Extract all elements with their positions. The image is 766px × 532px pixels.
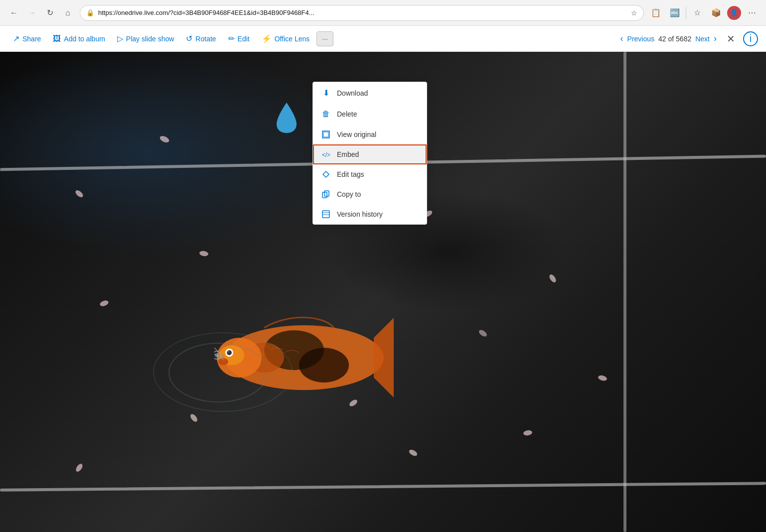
back-button[interactable]: ← [6, 5, 22, 21]
embed-icon: </> [321, 150, 331, 158]
add-to-album-button[interactable]: 🖼 Add to album [48, 31, 110, 46]
previous-button[interactable]: ‹ [618, 31, 625, 46]
browser-more-button[interactable]: ⋯ [744, 5, 760, 21]
view-original-label: View original [337, 131, 376, 138]
profile-button[interactable]: 🔤 [667, 5, 683, 21]
menu-item-version-history[interactable]: Version history [313, 204, 427, 224]
play-slide-show-button[interactable]: ▷ Play slide show [112, 31, 179, 46]
lightning-icon: ⚡ [262, 34, 272, 43]
svg-point-2 [299, 348, 349, 383]
menu-item-edit-tags[interactable]: Edit tags [313, 164, 427, 184]
embed-label: Embed [337, 150, 359, 158]
water-drop [274, 102, 299, 132]
svg-rect-15 [323, 132, 328, 137]
ripple-2 [153, 332, 293, 412]
next-button[interactable]: › [712, 31, 719, 46]
extensions-button[interactable]: 📋 [648, 5, 664, 21]
more-label: ··· [322, 35, 328, 43]
edit-icon: ✏ [228, 34, 235, 43]
edit-label: Edit [238, 35, 250, 43]
download-icon: ⬇ [321, 88, 331, 98]
favorites-button[interactable]: ☆ [689, 5, 705, 21]
svg-text:</>: </> [322, 151, 330, 158]
fence-line-3 [623, 52, 626, 532]
menu-item-copy-to[interactable]: Copy to [313, 184, 427, 204]
svg-rect-19 [322, 211, 329, 218]
previous-label: Previous [627, 35, 654, 43]
share-button[interactable]: ↗ Share [8, 31, 46, 46]
star-icon: ☆ [631, 9, 637, 17]
more-options-button[interactable]: ··· [316, 31, 333, 46]
lock-icon: 🔒 [86, 9, 94, 16]
refresh-button[interactable]: ↻ [42, 5, 58, 21]
browser-actions: 📋 🔤 ☆ 📦 👤 ⋯ [648, 5, 760, 21]
office-lens-label: Office Lens [275, 35, 310, 43]
close-button[interactable]: ✕ [723, 31, 739, 47]
home-button[interactable]: ⌂ [60, 5, 76, 21]
copy-to-icon [321, 190, 331, 198]
menu-item-view-original[interactable]: View original [313, 125, 427, 144]
add-to-album-label: Add to album [64, 35, 105, 43]
toolbar-right: ‹ Previous 42 of 5682 Next › ✕ i [618, 31, 758, 47]
version-history-label: Version history [337, 210, 383, 218]
url-text: https://onedrive.live.com/?cid=3B4B90F94… [98, 9, 627, 16]
info-button[interactable]: i [743, 31, 758, 46]
next-label: Next [695, 35, 710, 43]
next-nav-control: Next › [695, 31, 719, 46]
address-bar[interactable]: 🔒 https://onedrive.live.com/?cid=3B4B90F… [80, 5, 644, 21]
collections-button[interactable]: 📦 [708, 5, 724, 21]
app-toolbar: ↗ Share 🖼 Add to album ▷ Play slide show… [0, 26, 766, 52]
rotate-button[interactable]: ↺ Rotate [181, 31, 221, 46]
nav-count: 42 of 5682 [658, 35, 691, 43]
delete-icon: 🗑 [321, 110, 331, 119]
share-icon: ↗ [13, 34, 19, 43]
copy-to-label: Copy to [337, 190, 361, 198]
menu-item-delete[interactable]: 🗑 Delete [313, 104, 427, 125]
view-original-icon [321, 131, 331, 138]
delete-label: Delete [337, 110, 357, 118]
play-slide-show-label: Play slide show [126, 35, 174, 43]
office-lens-button[interactable]: ⚡ Office Lens [257, 31, 315, 46]
version-history-icon [321, 210, 331, 218]
edit-button[interactable]: ✏ Edit [223, 31, 255, 46]
browser-nav-buttons: ← → ↻ ⌂ [6, 5, 76, 21]
rotate-label: Rotate [195, 35, 216, 43]
main-content: ⬇ Download 🗑 Delete View original </> Em… [0, 52, 766, 532]
rotate-icon: ↺ [186, 34, 192, 43]
nav-control: ‹ Previous [618, 31, 654, 46]
play-icon: ▷ [117, 34, 123, 43]
browser-chrome: ← → ↻ ⌂ 🔒 https://onedrive.live.com/?cid… [0, 0, 766, 26]
avatar[interactable]: 👤 [727, 6, 741, 20]
context-menu: ⬇ Download 🗑 Delete View original </> Em… [312, 82, 427, 225]
forward-button[interactable]: → [24, 5, 40, 21]
download-label: Download [337, 89, 368, 97]
edit-tags-label: Edit tags [337, 170, 364, 178]
menu-item-download[interactable]: ⬇ Download [313, 82, 427, 104]
menu-item-embed[interactable]: </> Embed [313, 144, 427, 164]
vertical-divider [686, 7, 686, 19]
edit-tags-icon [321, 170, 331, 178]
add-album-icon: 🖼 [53, 34, 61, 43]
share-label: Share [22, 35, 41, 43]
